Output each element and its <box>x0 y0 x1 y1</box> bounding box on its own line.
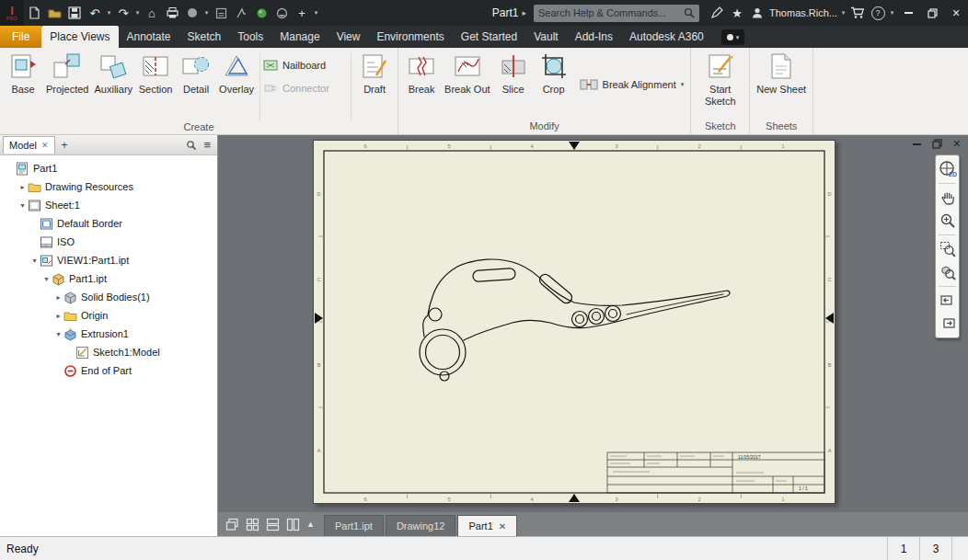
appearance-icon[interactable] <box>271 3 292 23</box>
arrange-vertical-icon[interactable] <box>286 518 300 531</box>
tab-manage[interactable]: Manage <box>271 26 328 48</box>
doc-minimize-icon[interactable] <box>913 143 921 145</box>
user-avatar-icon[interactable] <box>747 3 767 23</box>
print-icon[interactable] <box>162 3 182 23</box>
measure-caret-icon[interactable]: ▾ <box>202 9 211 17</box>
group-label-sketch[interactable]: Sketch <box>691 120 749 134</box>
tree-row[interactable]: ▸ Solid Bodies(1) <box>0 288 217 306</box>
auxiliary-button[interactable]: Auxiliary <box>91 51 135 96</box>
sign-pen-icon[interactable] <box>707 3 727 23</box>
window-minimize-button[interactable] <box>896 0 920 26</box>
chevron-expanded-icon[interactable]: ▾ <box>53 330 63 338</box>
detail-button[interactable]: Detail <box>176 51 216 96</box>
break-button[interactable]: Break <box>401 51 442 96</box>
tab-autodesk-a360[interactable]: Autodesk A360 <box>621 26 712 48</box>
tab-overflow-button[interactable]: ▾ <box>721 29 745 45</box>
tree-row[interactable]: Default Border <box>0 214 217 233</box>
next-view-icon[interactable] <box>938 314 958 334</box>
start-sketch-button[interactable]: Start Sketch <box>694 51 746 107</box>
zoom-window-icon[interactable] <box>938 239 958 259</box>
browser-add-tab-button[interactable]: + <box>62 139 68 152</box>
section-button[interactable]: Section <box>135 51 176 96</box>
new-sheet-button[interactable]: New Sheet <box>753 51 810 96</box>
break-alignment-button[interactable]: Break Alignment ▾ <box>580 75 685 94</box>
doc-tab-part1[interactable]: Part1 ✕ <box>457 515 517 536</box>
nailboard-button[interactable]: Nailboard <box>263 58 348 73</box>
arrange-horizontal-icon[interactable] <box>266 518 280 531</box>
crop-button[interactable]: Crop <box>534 51 574 96</box>
tab-annotate[interactable]: Annotate <box>119 26 179 48</box>
tree-row[interactable]: ▾ VIEW1:Part1.ipt <box>0 251 217 269</box>
tab-add-ins[interactable]: Add-Ins <box>567 26 621 48</box>
tree-row[interactable]: ▾ Part1.ipt <box>0 269 217 288</box>
zoom-selected-icon[interactable] <box>938 262 958 282</box>
zoom-all-icon[interactable] <box>938 211 958 231</box>
connector-button[interactable]: Connector <box>263 81 348 96</box>
tab-place-views[interactable]: Place Views <box>41 26 118 48</box>
tab-view[interactable]: View <box>328 26 369 48</box>
qat-customize-caret-icon[interactable]: ▾ <box>312 9 320 17</box>
favorites-star-icon[interactable]: ★ <box>727 3 747 23</box>
iproperties-icon[interactable] <box>211 3 231 23</box>
tree-row[interactable]: ▸ Drawing Resources <box>0 177 217 196</box>
doc-close-icon[interactable]: × <box>953 139 961 149</box>
tab-file[interactable]: File <box>0 26 41 48</box>
tree-row[interactable]: ▾ Sheet:1 <box>0 196 217 214</box>
chevron-collapsed-icon[interactable]: ▸ <box>17 183 28 191</box>
doc-tab-drawing12[interactable]: Drawing12 <box>386 515 456 536</box>
arrange-cascade-icon[interactable] <box>225 518 239 531</box>
navigation-wheel-2d-icon[interactable]: 2D <box>938 159 958 179</box>
save-icon[interactable] <box>64 3 85 23</box>
window-close-button[interactable]: × <box>944 0 968 26</box>
undo-caret-icon[interactable]: ▾ <box>105 9 113 17</box>
pan-hand-icon[interactable] <box>938 188 958 208</box>
chevron-expanded-icon[interactable]: ▾ <box>29 257 40 265</box>
redo-icon[interactable]: ↷ <box>113 3 133 23</box>
help-caret-icon[interactable]: ▾ <box>888 9 896 17</box>
drawing-canvas[interactable]: × 6 5 4 3 2 1 6 5 4 3 2 <box>218 135 968 536</box>
draft-button[interactable]: Draft <box>354 51 395 96</box>
doc-tab-close-icon[interactable]: ✕ <box>499 521 506 531</box>
user-caret-icon[interactable]: ▾ <box>839 9 847 17</box>
new-file-icon[interactable] <box>24 3 44 23</box>
overlay-button[interactable]: Overlay <box>216 51 257 96</box>
chevron-expanded-icon[interactable]: ▾ <box>41 275 52 283</box>
browser-tab-close-icon[interactable]: ✕ <box>41 141 49 150</box>
chevron-collapsed-icon[interactable]: ▸ <box>53 312 63 320</box>
tab-get-started[interactable]: Get Started <box>453 26 525 48</box>
chevron-collapsed-icon[interactable]: ▸ <box>53 293 63 302</box>
group-label-sheets[interactable]: Sheets <box>750 120 812 134</box>
tree-row[interactable]: ▸ Origin <box>0 306 217 325</box>
previous-view-icon[interactable] <box>938 291 958 311</box>
measure-sphere-icon[interactable] <box>182 3 202 23</box>
slice-button[interactable]: Slice <box>493 51 534 96</box>
qat-plus-icon[interactable]: + <box>292 3 312 23</box>
update-icon[interactable] <box>231 3 251 23</box>
projected-button[interactable]: Projected <box>43 51 91 96</box>
browser-search-icon[interactable] <box>186 140 197 151</box>
base-button[interactable]: Base <box>3 51 43 96</box>
open-folder-icon[interactable] <box>44 3 64 23</box>
doc-tab-part1-ipt[interactable]: Part1.ipt <box>324 515 384 536</box>
tree-row[interactable]: ▾ Extrusion1 <box>0 325 217 343</box>
group-label-create[interactable]: Create <box>0 120 398 134</box>
cart-icon[interactable] <box>847 3 868 23</box>
tree-row[interactable]: End of Part <box>0 361 217 380</box>
tree-row[interactable]: Part1 <box>0 159 217 177</box>
tab-tools[interactable]: Tools <box>229 26 271 48</box>
browser-tab-model[interactable]: Model ✕ <box>3 136 55 154</box>
break-out-button[interactable]: Break Out <box>442 51 493 96</box>
tree-row[interactable]: Sketch1:Model <box>0 343 217 361</box>
arrange-grid-icon[interactable] <box>246 518 259 531</box>
drawing-sheet[interactable]: 6 5 4 3 2 1 6 5 4 3 2 1 D C B A D C B A <box>313 140 835 504</box>
undo-icon[interactable]: ↶ <box>85 3 105 23</box>
search-input[interactable]: Search Help & Commands... <box>534 5 699 22</box>
group-label-modify[interactable]: Modify <box>398 120 690 134</box>
tree-row[interactable]: ISO <box>0 233 217 251</box>
user-name[interactable]: Thomas.Rich... <box>769 7 837 18</box>
tab-vault[interactable]: Vault <box>525 26 566 48</box>
redo-caret-icon[interactable]: ▾ <box>133 9 142 17</box>
help-icon[interactable]: ? <box>868 3 888 23</box>
material-icon[interactable] <box>251 3 271 23</box>
browser-menu-icon[interactable]: ≡ <box>203 138 211 152</box>
